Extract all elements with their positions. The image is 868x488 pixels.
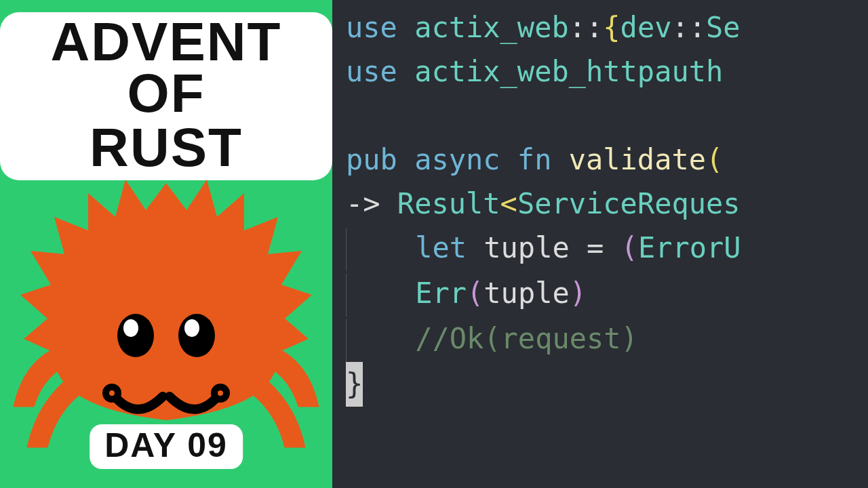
code-line-9: }	[346, 362, 868, 406]
svg-point-1	[178, 314, 215, 357]
svg-point-4	[106, 387, 118, 399]
identifier: dev	[620, 11, 672, 44]
keyword-async: async	[397, 143, 500, 176]
code-line-7: Err(tuple)	[346, 271, 868, 317]
identifier: actix_web_httpauth	[397, 55, 723, 88]
svg-point-2	[123, 319, 138, 337]
function-name: validate	[551, 143, 706, 176]
keyword-use: use	[346, 55, 397, 88]
type-result: Result	[380, 187, 500, 220]
identifier: ErrorU	[638, 231, 741, 264]
code-line-8: //Ok(request)	[346, 317, 868, 362]
svg-point-0	[117, 314, 154, 357]
keyword-pub: pub	[346, 143, 397, 176]
comment: //Ok(request)	[415, 322, 638, 355]
thumbnail-left-panel: ADVENT OF RUST	[0, 0, 332, 488]
keyword-let: let	[415, 231, 467, 264]
paren: (	[604, 231, 638, 264]
separator: ::	[569, 11, 604, 44]
paren: )	[570, 277, 587, 310]
svg-point-5	[214, 387, 226, 399]
closing-brace: }	[346, 362, 363, 406]
code-line-1: use actix_web::{dev::Se	[346, 5, 868, 49]
title-card: ADVENT OF RUST	[0, 12, 332, 180]
type-name: ServiceReques	[517, 187, 741, 220]
code-line-5: -> Result<ServiceReques	[346, 182, 868, 226]
code-line-3	[346, 94, 868, 138]
paren: (	[467, 277, 484, 310]
day-badge: DAY 09	[90, 424, 243, 469]
code-line-4: pub async fn validate(	[346, 138, 868, 182]
ferris-crab-icon	[10, 156, 322, 454]
angle-bracket: <	[500, 187, 517, 220]
equals: =	[587, 231, 604, 264]
identifier: actix_web	[397, 11, 569, 44]
identifier: tuple	[467, 231, 587, 264]
brace: {	[603, 11, 620, 44]
svg-point-3	[184, 319, 199, 337]
paren: (	[706, 143, 723, 176]
code-editor-panel: use actix_web::{dev::Se use actix_web_ht…	[332, 0, 868, 488]
err-variant: Err	[415, 277, 467, 310]
code-line-2: use actix_web_httpauth	[346, 49, 868, 94]
code-line-6: let tuple = (ErrorU	[346, 226, 868, 271]
keyword-use: use	[346, 11, 397, 44]
arrow: ->	[346, 187, 380, 220]
title-line-1: ADVENT OF	[19, 16, 313, 119]
keyword-fn: fn	[500, 143, 552, 176]
identifier: Se	[706, 11, 741, 44]
separator: ::	[671, 11, 706, 44]
identifier: tuple	[484, 277, 569, 310]
